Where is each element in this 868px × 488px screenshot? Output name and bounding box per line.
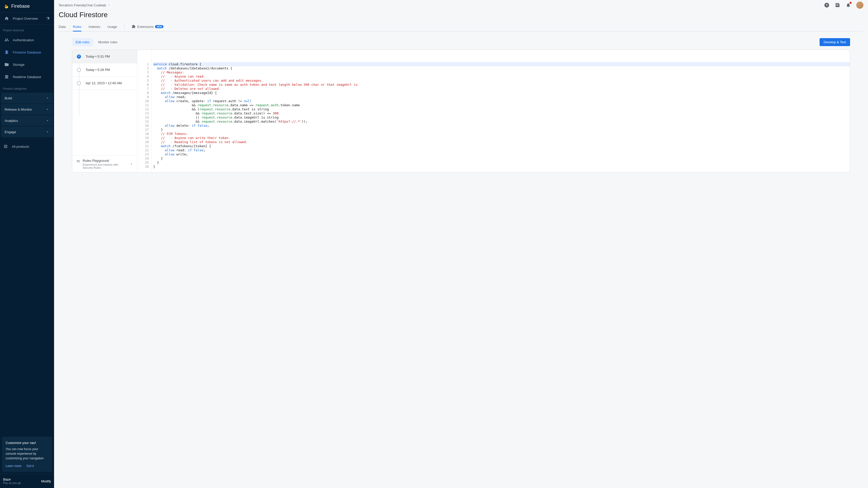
firebase-flame-icon <box>4 3 9 9</box>
notifications-icon[interactable] <box>845 2 851 8</box>
history-marker-icon <box>77 68 81 72</box>
chevron-up-icon <box>130 162 133 166</box>
home-icon <box>4 16 9 21</box>
all-products-label: All products <box>12 145 29 149</box>
sidebar-item-label: Authentication <box>13 38 34 42</box>
firebase-logo[interactable]: Firebase <box>0 0 54 12</box>
edit-rules-button[interactable]: Edit rules <box>72 38 93 46</box>
promo-body: You can now focus your console experienc… <box>6 447 49 461</box>
tab-extensions[interactable]: Extensions NEW <box>132 23 164 31</box>
promo-title: Customize your nav! <box>6 441 49 446</box>
playground-subtitle: Experiment and explore with Security Rul… <box>83 163 127 169</box>
category-engage[interactable]: Engage <box>1 127 53 137</box>
project-selector[interactable]: Terraform FriendlyChat Codelab <box>59 3 110 7</box>
code-area[interactable]: service cloud.firestore { match /databas… <box>152 50 850 172</box>
rules-playground-toggle[interactable]: Rules Playground Experiment and explore … <box>72 155 137 172</box>
chevron-down-icon <box>45 119 50 123</box>
history-timestamp: Apr 12, 2023 • 12:40 AM <box>86 81 122 85</box>
categories-label: Product categories <box>0 83 54 92</box>
playground-title: Rules Playground <box>83 159 127 163</box>
gear-icon[interactable] <box>45 16 50 21</box>
sidebar-item-label: Firestore Database <box>13 51 41 54</box>
sidebar-item-label: Realtime Database <box>13 75 41 79</box>
topbar: Terraform FriendlyChat Codelab ? <box>54 0 868 8</box>
tab-data[interactable]: Data <box>59 23 66 31</box>
chevron-down-icon <box>107 4 110 6</box>
history-entry[interactable]: Apr 12, 2023 • 12:40 AM <box>72 76 137 90</box>
sidebar-item-label: Storage <box>13 63 25 67</box>
history-marker-icon <box>77 55 81 59</box>
shortcuts-label: Project shortcuts <box>0 25 54 34</box>
line-gutter: 1234567891011121314151617181920212223242… <box>137 50 152 172</box>
category-label: Build <box>5 96 12 100</box>
monitor-rules-button[interactable]: Monitor rules <box>95 38 121 46</box>
project-overview-link[interactable]: Project Overview <box>0 12 54 25</box>
svg-rect-5 <box>836 4 838 5</box>
rules-panel: Today • 5:31 PMToday • 5:28 PMApr 12, 20… <box>72 50 850 172</box>
plan-row: Blaze Pay as you go Modify <box>0 474 54 488</box>
page-title: Cloud Firestore <box>59 9 863 23</box>
chevron-down-icon <box>45 130 50 134</box>
rules-toolbar: Edit rules Monitor rules Develop & Test <box>72 38 850 46</box>
svg-rect-1 <box>5 76 8 77</box>
users-icon <box>4 37 9 42</box>
sidebar-item-authentication[interactable]: Authentication <box>0 34 54 46</box>
folder-icon <box>4 62 9 67</box>
history-entry[interactable]: Today • 5:31 PM <box>72 50 137 63</box>
svg-rect-6 <box>836 5 838 6</box>
history-entry[interactable]: Today • 5:28 PM <box>72 63 137 76</box>
category-release-monitor[interactable]: Release & Monitor <box>1 104 53 115</box>
all-products-link[interactable]: All products <box>0 140 54 153</box>
got-it-link[interactable]: Got it <box>26 464 34 468</box>
modify-plan-button[interactable]: Modify <box>41 479 51 483</box>
sidebar-item-storage[interactable]: Storage <box>0 58 54 71</box>
overview-label: Project Overview <box>13 17 38 21</box>
learn-more-link[interactable]: Learn more <box>6 464 21 468</box>
new-badge: NEW <box>155 25 163 28</box>
rules-editor[interactable]: 1234567891011121314151617181920212223242… <box>137 50 850 172</box>
extensions-label: Extensions <box>137 25 154 29</box>
category-label: Release & Monitor <box>5 107 32 111</box>
tune-icon <box>76 159 80 163</box>
history-timestamp: Today • 5:28 PM <box>86 68 110 72</box>
svg-text:?: ? <box>826 3 828 7</box>
tab-usage[interactable]: Usage <box>107 23 117 31</box>
firestore-tabs: DataRulesIndexesUsage Extensions NEW <box>59 23 863 32</box>
history-timestamp: Today • 5:31 PM <box>86 55 110 58</box>
history-marker-icon <box>77 81 81 85</box>
category-build[interactable]: Build <box>1 93 53 103</box>
brand-text: Firebase <box>11 4 30 9</box>
tab-indexes[interactable]: Indexes <box>89 23 100 31</box>
svg-rect-2 <box>5 77 8 78</box>
chevron-down-icon <box>45 96 50 100</box>
tab-separator <box>124 24 125 29</box>
sidebar: Firebase Project Overview Project shortc… <box>0 0 54 488</box>
chevron-down-icon <box>45 107 50 111</box>
release-notes-icon[interactable] <box>834 2 841 8</box>
develop-test-button[interactable]: Develop & Test <box>819 38 850 46</box>
puzzle-icon <box>132 25 136 29</box>
grid-icon <box>3 144 8 149</box>
category-analytics[interactable]: Analytics <box>1 115 53 126</box>
plan-name: Blaze <box>3 478 21 481</box>
svg-rect-0 <box>5 75 8 76</box>
database-icon <box>4 74 9 79</box>
help-icon[interactable]: ? <box>824 2 830 8</box>
plan-subtitle: Pay as you go <box>3 481 21 484</box>
nav-promo-card: Customize your nav! You can now focus yo… <box>2 437 52 472</box>
sidebar-item-firestore-database[interactable]: Firestore Database <box>0 46 54 58</box>
category-label: Analytics <box>5 119 18 123</box>
sidebar-item-realtime-database[interactable]: Realtime Database <box>0 71 54 83</box>
main-content: Terraform FriendlyChat Codelab ? Cloud F… <box>54 0 868 488</box>
history-column: Today • 5:31 PMToday • 5:28 PMApr 12, 20… <box>72 50 137 172</box>
firestore-icon <box>4 50 9 55</box>
user-avatar[interactable] <box>856 2 863 9</box>
tab-rules[interactable]: Rules <box>73 23 81 31</box>
category-label: Engage <box>5 130 16 134</box>
project-name: Terraform FriendlyChat Codelab <box>59 3 106 7</box>
